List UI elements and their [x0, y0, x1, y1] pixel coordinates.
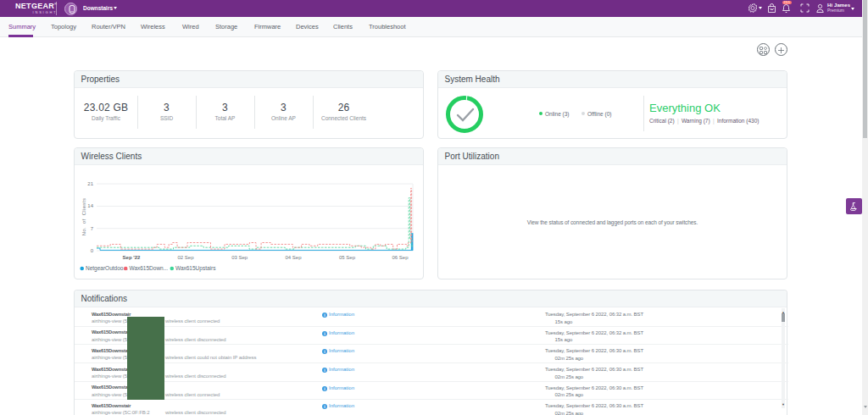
svg-text:21: 21 [87, 181, 93, 186]
svg-text:Wax615Upstairs: Wax615Upstairs [175, 265, 216, 272]
svg-text:02 Sep: 02 Sep [177, 255, 194, 260]
svg-text:05 Sep: 05 Sep [339, 255, 356, 260]
svg-text:14: 14 [87, 203, 93, 208]
svg-text:03 Sep: 03 Sep [231, 255, 248, 260]
svg-text:Sep '22: Sep '22 [123, 255, 141, 260]
svg-text:7: 7 [91, 226, 94, 231]
svg-text:Wax615Down...: Wax615Down... [130, 265, 169, 271]
svg-text:No. of Clients: No. of Clients [81, 198, 86, 235]
svg-text:NetgearOutdoo...: NetgearOutdoo... [86, 265, 128, 272]
svg-text:06 Sep: 06 Sep [392, 255, 409, 260]
svg-text:04 Sep: 04 Sep [285, 255, 302, 260]
svg-text:0: 0 [91, 248, 94, 253]
